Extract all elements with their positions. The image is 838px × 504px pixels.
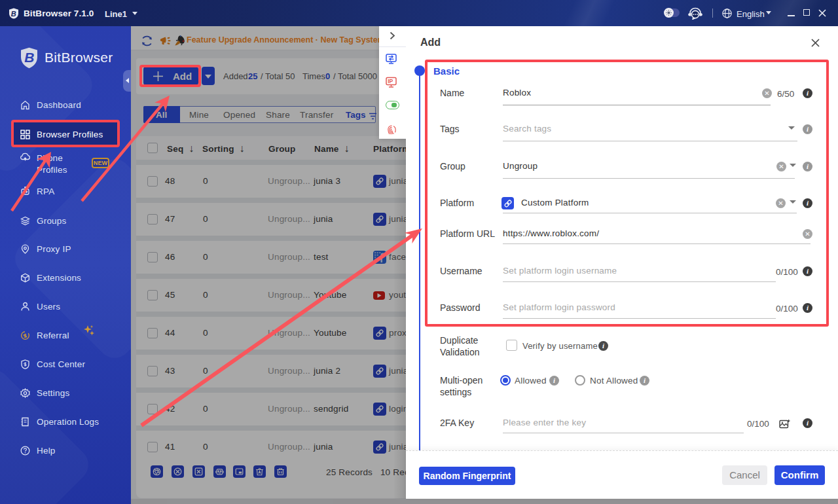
svg-text:B: B (11, 10, 16, 18)
svg-text:B: B (24, 50, 34, 65)
svg-text:IP: IP (388, 78, 393, 84)
